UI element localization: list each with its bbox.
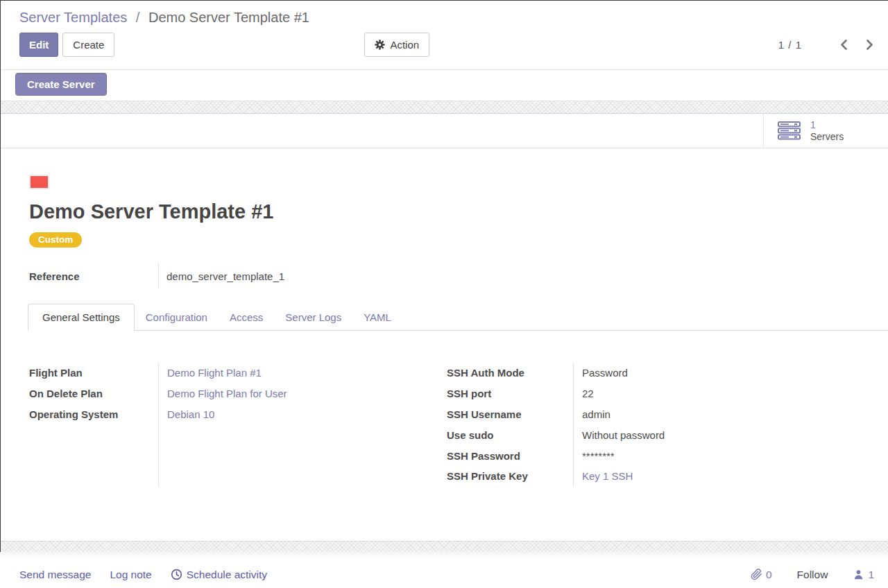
gear-icon: [375, 40, 385, 50]
servers-stat-button[interactable]: 1 Servers: [763, 114, 888, 148]
chevron-right-icon: [866, 39, 874, 51]
control-panel-buttons: Edit Create: [19, 33, 874, 57]
action-button[interactable]: Action: [364, 33, 429, 57]
tab-configuration[interactable]: Configuration: [135, 304, 219, 330]
chatter-toolbar: Send message Log note Schedule activity …: [0, 551, 888, 588]
ssh-password-value: ********: [582, 445, 665, 466]
sheet-background-strip: [0, 541, 888, 551]
ssh-port-label: SSH port: [447, 383, 573, 404]
tab-general-settings[interactable]: General Settings: [28, 304, 135, 331]
ssh-username-label: SSH Username: [447, 404, 573, 425]
window-edge: [0, 0, 1, 552]
ssh-password-label: SSH Password: [447, 445, 573, 466]
create-button[interactable]: Create: [62, 33, 114, 57]
follow-button[interactable]: Follow: [793, 568, 832, 582]
flight-plan-label: Flight Plan: [29, 363, 158, 383]
followers-button[interactable]: 1: [853, 569, 874, 581]
tab-server-logs[interactable]: Server Logs: [274, 304, 352, 330]
ssh-username-value: admin: [582, 404, 665, 425]
pager-value: 1 / 1: [778, 39, 802, 51]
tab-access[interactable]: Access: [219, 304, 274, 330]
sheet-background-strip: [0, 101, 888, 113]
servers-stat-count: 1: [810, 119, 844, 131]
notebook-tabs: General Settings Configuration Access Se…: [28, 302, 888, 331]
general-settings-panel: Flight Plan On Delete Plan Operating Sys…: [29, 331, 860, 487]
attachments-button[interactable]: 0: [751, 569, 772, 581]
schedule-activity-button[interactable]: Schedule activity: [171, 569, 267, 581]
schedule-activity-label: Schedule activity: [187, 569, 267, 581]
ssh-private-key-label: SSH Private Key: [447, 466, 573, 487]
person-icon: [853, 569, 864, 580]
on-delete-plan-label: On Delete Plan: [29, 383, 158, 404]
use-sudo-value: Without password: [582, 424, 665, 445]
reference-field-row: Reference demo_server_template_1: [29, 263, 860, 288]
pager-previous-button[interactable]: [839, 39, 848, 51]
on-delete-plan-value-link[interactable]: Demo Flight Plan for User: [167, 388, 287, 399]
tab-yaml[interactable]: YAML: [352, 304, 402, 330]
window-edge: [0, 0, 888, 1]
breadcrumb: Server Templates / Demo Server Template …: [19, 0, 874, 26]
pager: 1 / 1: [778, 39, 874, 51]
control-panel: Server Templates / Demo Server Template …: [0, 0, 888, 70]
operating-system-label: Operating System: [29, 404, 158, 425]
attachments-count: 0: [766, 569, 772, 581]
template-image-placeholder: [29, 175, 49, 189]
servers-stat-label: Servers: [810, 131, 844, 143]
breadcrumb-parent-link[interactable]: Server Templates: [19, 10, 127, 25]
operating-system-value-link[interactable]: Debian 10: [167, 408, 214, 420]
form-sheet: Demo Server Template #1 Custom Reference…: [0, 148, 888, 541]
field-group-left: Flight Plan On Delete Plan Operating Sys…: [29, 363, 447, 487]
page-title: Demo Server Template #1: [29, 200, 860, 223]
reference-field-value: demo_server_template_1: [159, 270, 284, 282]
action-button-label: Action: [390, 38, 419, 51]
server-rack-icon: [778, 121, 801, 140]
stat-band: 1 Servers: [0, 113, 888, 148]
breadcrumb-current: Demo Server Template #1: [148, 10, 309, 25]
paperclip-icon: [751, 569, 762, 580]
log-note-button[interactable]: Log note: [110, 569, 151, 581]
breadcrumb-separator: /: [136, 10, 140, 25]
flight-plan-value-link[interactable]: Demo Flight Plan #1: [167, 367, 262, 379]
edit-button[interactable]: Edit: [19, 33, 58, 57]
header-button-strip: Create Server: [0, 70, 888, 101]
ssh-auth-mode-value: Password: [582, 363, 665, 383]
reference-field-label: Reference: [29, 270, 158, 282]
create-server-button[interactable]: Create Server: [15, 73, 107, 96]
ssh-auth-mode-label: SSH Auth Mode: [447, 363, 573, 383]
ssh-port-value: 22: [582, 383, 665, 404]
followers-count: 1: [868, 569, 874, 581]
chevron-left-icon: [839, 39, 848, 51]
ssh-private-key-value-link[interactable]: Key 1 SSH: [582, 470, 633, 482]
custom-badge: Custom: [29, 232, 82, 248]
send-message-button[interactable]: Send message: [19, 569, 91, 581]
use-sudo-label: Use sudo: [447, 424, 573, 445]
clock-icon: [171, 569, 182, 580]
field-group-right: SSH Auth Mode SSH port SSH Username Use …: [447, 363, 860, 487]
pager-next-button[interactable]: [866, 39, 874, 51]
